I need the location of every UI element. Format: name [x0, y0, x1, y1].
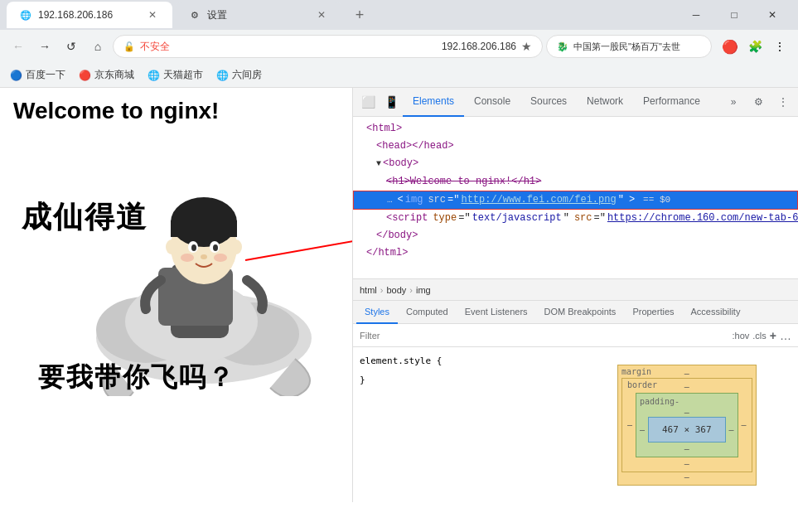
- tree-line-body[interactable]: ▼ <body>: [353, 155, 798, 172]
- new-tab-button[interactable]: +: [348, 3, 371, 27]
- window-controls: ─ □ ✕: [677, 0, 791, 30]
- styles-tab-properties[interactable]: Properties: [624, 301, 682, 324]
- padding-top-row: –: [640, 408, 734, 417]
- border-bottom-val: –: [684, 459, 689, 468]
- padding-bottom-val: –: [684, 444, 689, 453]
- margin-top-val: –: [684, 369, 689, 378]
- breadcrumb-img[interactable]: img: [416, 285, 431, 295]
- margin-bottom-val: –: [684, 472, 689, 481]
- breadcrumb-body[interactable]: body: [386, 285, 406, 295]
- tree-line-img[interactable]: … <img src="http://www.fei.com/fei.png" …: [353, 191, 798, 210]
- home-button[interactable]: ⌂: [86, 35, 109, 58]
- bookmark-tmall-icon: 🌐: [148, 70, 160, 81]
- tree-line-html[interactable]: <html>: [353, 120, 798, 138]
- bookmark-jd[interactable]: 🔴 京东商城: [79, 68, 134, 82]
- extensions-button[interactable]: 🧩: [743, 35, 767, 58]
- inspect-element-button[interactable]: ⬜: [356, 90, 380, 114]
- styles-tab-bar: Styles Computed Event Listeners DOM Brea…: [353, 301, 798, 324]
- padding-top-val: –: [684, 408, 689, 417]
- bookmark-baidu-icon: 🔵: [10, 70, 22, 81]
- border-right-val: –: [742, 420, 747, 429]
- hover-filter-button[interactable]: :hov: [733, 331, 750, 341]
- device-mode-button[interactable]: 📱: [380, 90, 403, 114]
- bookmark-baidu[interactable]: 🔵 百度一下: [10, 68, 65, 82]
- extension-icon-1[interactable]: 🔴: [718, 35, 742, 58]
- svg-point-12: [213, 244, 218, 251]
- bookmark-tmall[interactable]: 🌐 天猫超市: [148, 68, 203, 82]
- breadcrumb-html[interactable]: html: [360, 285, 377, 295]
- forward-button[interactable]: →: [33, 35, 56, 58]
- cls-filter-button[interactable]: .cls: [752, 331, 767, 341]
- tab-close-button[interactable]: ✕: [146, 8, 159, 22]
- styles-filter-input[interactable]: [360, 331, 729, 341]
- address-bar[interactable]: 🔓 不安全 192.168.206.186 ★: [113, 35, 543, 58]
- tree-line-head[interactable]: <head></head>: [353, 138, 798, 155]
- devtools-tab-bar: ⬜ 📱 Elements Console Sources Network Per…: [353, 88, 798, 117]
- svg-point-11: [191, 244, 196, 251]
- maximize-button[interactable]: □: [715, 0, 753, 30]
- border-label: border: [627, 380, 657, 389]
- tree-line-h1[interactable]: <h1>Welcome to nginx!</h1>: [353, 173, 798, 191]
- tab-settings-favicon: ⚙: [189, 9, 201, 21]
- meme-image: 成仙得道 要我带你飞吗？: [13, 131, 328, 413]
- page-area: Welcome to nginx!: [0, 88, 352, 502]
- styles-tab-styles[interactable]: Styles: [356, 301, 398, 324]
- main-content: Welcome to nginx!: [0, 88, 798, 502]
- close-button[interactable]: ✕: [753, 0, 791, 30]
- border-top-val: –: [684, 382, 689, 391]
- padding-bottom-row: –: [640, 443, 734, 453]
- styles-tab-accessibility[interactable]: Accessibility: [683, 301, 749, 324]
- img-src-link[interactable]: http://www.fei.com/fei.png: [461, 192, 616, 208]
- more-filter-button[interactable]: …: [780, 329, 791, 342]
- tab-page[interactable]: 🌐 192.168.206.186 ✕: [7, 2, 172, 28]
- tab-network[interactable]: Network: [577, 88, 633, 117]
- content-box: 467 × 367: [648, 417, 726, 443]
- tab-elements[interactable]: Elements: [403, 88, 464, 117]
- bookmark-jd-label: 京东商城: [94, 68, 134, 82]
- devtools-panel: ⬜ 📱 Elements Console Sources Network Per…: [352, 88, 798, 502]
- browser-chrome: 🌐 192.168.206.186 ✕ ⚙ 设置 ✕ + ─ □ ✕ ← → ↺…: [0, 0, 798, 88]
- address-url-text: 192.168.206.186: [442, 41, 516, 52]
- svg-point-15: [214, 254, 227, 262]
- devtools-settings-button[interactable]: ⚙: [747, 90, 770, 114]
- settings-icon[interactable]: ⋮: [768, 35, 791, 58]
- element-style-close-brace: }: [360, 375, 365, 385]
- meme-character-svg: [63, 148, 352, 396]
- styles-tab-dom-breakpoints[interactable]: DOM Breakpoints: [536, 301, 625, 324]
- styles-tab-event-listeners[interactable]: Event Listeners: [457, 301, 536, 324]
- styles-area: element.style { } margin –: [353, 347, 798, 502]
- tab-settings-close-button[interactable]: ✕: [315, 8, 328, 22]
- styles-tab-computed[interactable]: Computed: [398, 301, 457, 324]
- tab-settings-title: 设置: [207, 8, 227, 22]
- devtools-menu-button[interactable]: ⋮: [771, 90, 795, 114]
- tab-console[interactable]: Console: [464, 88, 520, 117]
- page-title: Welcome to nginx!: [13, 98, 339, 124]
- minimize-button[interactable]: ─: [677, 0, 715, 30]
- script-src-link[interactable]: https://chrome.160.com/new-tab-618/ad/61…: [607, 210, 798, 226]
- reload-button[interactable]: ↺: [60, 35, 83, 58]
- tree-line-script[interactable]: <script type="text/javascript" src="http…: [353, 210, 798, 227]
- bookmark-liujianfang-label: 六间房: [232, 68, 262, 82]
- more-tabs-button[interactable]: »: [722, 90, 745, 114]
- back-button[interactable]: ←: [7, 35, 30, 58]
- devtools-more-tabs: » ⚙ ⋮: [722, 90, 795, 114]
- elements-tree: <html> <head></head> ▼ <body> <h1>Welcom…: [353, 117, 798, 279]
- tab-performance[interactable]: Performance: [633, 88, 710, 117]
- bookmark-baidu-label: 百度一下: [26, 68, 65, 82]
- search-bar[interactable]: 🐉 中国第一股民"杨百万"去世: [546, 35, 712, 58]
- box-model-diagram: margin – border –: [617, 365, 757, 486]
- tree-line-body-close[interactable]: </body>: [353, 227, 798, 244]
- bookmark-star-icon[interactable]: ★: [521, 40, 532, 53]
- bookmark-liujianfang[interactable]: 🌐 六间房: [216, 68, 262, 82]
- bookmark-jd-icon: 🔴: [79, 70, 91, 81]
- tab-sources[interactable]: Sources: [520, 88, 577, 117]
- svg-rect-8: [171, 220, 237, 237]
- tree-line-html-close[interactable]: </html>: [353, 244, 798, 262]
- add-style-button[interactable]: +: [770, 329, 776, 342]
- tab-settings[interactable]: ⚙ 设置 ✕: [176, 2, 341, 28]
- tab-favicon: 🌐: [20, 9, 31, 21]
- content-row: – 467 × 367 –: [640, 417, 734, 443]
- padding-inner-box: padding- – – 467 × 367: [636, 393, 738, 457]
- padding-left-val: –: [640, 425, 645, 434]
- content-size-label: 467 × 367: [662, 424, 712, 435]
